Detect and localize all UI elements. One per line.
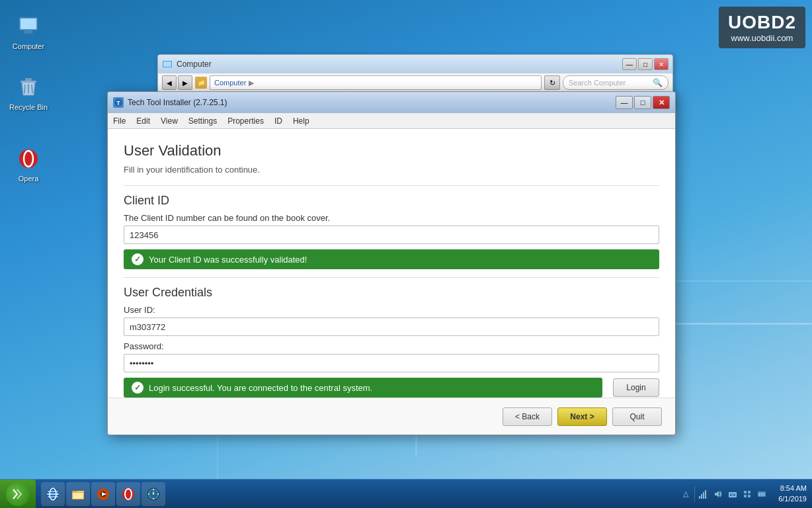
- computer-icon: [15, 13, 42, 40]
- installer-title-left: T Tech Tool Installer (2.7.25.1): [113, 97, 227, 108]
- search-placeholder: Search Computer: [569, 79, 626, 87]
- svg-rect-46: [748, 491, 751, 493]
- explorer-minimize[interactable]: —: [622, 58, 637, 70]
- back-button[interactable]: < Back: [503, 407, 552, 426]
- login-success-banner: ✓ Login successful. You are connected to…: [124, 378, 602, 398]
- svg-rect-37: [703, 492, 704, 499]
- svg-rect-47: [744, 495, 747, 497]
- explorer-window-icon: [162, 59, 173, 69]
- password-input[interactable]: [124, 354, 659, 372]
- svg-rect-2: [24, 30, 32, 33]
- menu-edit[interactable]: Edit: [136, 116, 150, 126]
- svg-rect-35: [699, 496, 700, 499]
- installer-titlebar: T Tech Tool Installer (2.7.25.1) — □ ✕: [108, 92, 675, 113]
- nav-forward[interactable]: ▶: [178, 75, 192, 90]
- taskbar-opera[interactable]: [116, 482, 140, 506]
- desktop-icon-computer[interactable]: Computer: [5, 11, 52, 54]
- tray-power[interactable]: [727, 488, 739, 500]
- tray-network[interactable]: [698, 488, 710, 500]
- explorer-toolbar: ◀ ▶ 📁 Computer ▶ ↻ Search Computer 🔍: [158, 73, 672, 92]
- tray-extra[interactable]: EN: [756, 488, 768, 500]
- address-bar[interactable]: Computer ▶: [210, 75, 542, 90]
- login-button[interactable]: Login: [613, 378, 659, 397]
- client-id-input[interactable]: [124, 226, 659, 244]
- svg-rect-38: [705, 490, 706, 499]
- installer-window-controls: — □ ✕: [616, 96, 670, 109]
- client-id-description: The Client ID number can be found on the…: [124, 213, 659, 223]
- taskbar-explorer[interactable]: [66, 482, 90, 506]
- installer-content: User Validation Fill in your identificat…: [108, 129, 675, 398]
- address-text: Computer: [214, 79, 246, 87]
- search-bar[interactable]: Search Computer 🔍: [563, 75, 669, 90]
- installer-maximize[interactable]: □: [634, 96, 651, 109]
- clock-time: 8:54 AM: [778, 484, 807, 493]
- svg-rect-45: [744, 491, 747, 493]
- svg-rect-12: [163, 62, 171, 67]
- tray-expand[interactable]: △: [680, 488, 692, 500]
- svg-rect-4: [20, 81, 36, 83]
- tray-volume[interactable]: [712, 488, 724, 500]
- page-subtitle: Fill in your identification to continue.: [124, 165, 659, 175]
- recycle-bin-label: Recycle Bin: [9, 103, 48, 112]
- svg-marker-40: [715, 491, 719, 497]
- svg-line-6: [24, 85, 25, 93]
- watermark: UOBD2 www.uobdii.com: [719, 7, 805, 48]
- taskbar-media[interactable]: [91, 482, 115, 506]
- svg-rect-39: [707, 491, 708, 499]
- taskbar-ie[interactable]: [41, 482, 65, 506]
- menu-id[interactable]: ID: [274, 116, 282, 126]
- menu-file[interactable]: File: [113, 116, 126, 126]
- svg-text:T: T: [116, 100, 120, 106]
- menu-settings[interactable]: Settings: [188, 116, 217, 126]
- installer-footer: < Back Next > Quit: [108, 398, 675, 435]
- separator-2: [124, 277, 659, 278]
- installer-title: Tech Tool Installer (2.7.25.1): [128, 98, 227, 107]
- explorer-title: Computer: [177, 60, 212, 69]
- opera-icon: [15, 146, 42, 172]
- refresh-btn[interactable]: ↻: [544, 75, 560, 90]
- quit-button[interactable]: Quit: [612, 407, 662, 426]
- opera-label: Opera: [19, 175, 39, 183]
- recycle-bin-icon: [15, 74, 42, 101]
- tray-misc[interactable]: [741, 488, 753, 500]
- menu-properties[interactable]: Properties: [227, 116, 264, 126]
- start-button[interactable]: [0, 480, 36, 509]
- nav-back[interactable]: ◀: [162, 75, 177, 90]
- search-icon: 🔍: [653, 78, 663, 87]
- taskbar-items: [38, 482, 674, 506]
- taskbar: △: [0, 479, 812, 508]
- installer-menubar: File Edit View Settings Properties ID He…: [108, 113, 675, 129]
- installer-close[interactable]: ✕: [653, 96, 670, 109]
- menu-help[interactable]: Help: [293, 116, 309, 126]
- svg-rect-3: [22, 33, 35, 34]
- svg-rect-48: [748, 495, 751, 497]
- desktop-icon-opera[interactable]: Opera: [5, 143, 52, 186]
- computer-label: Computer: [13, 42, 44, 51]
- svg-point-9: [19, 149, 38, 168]
- explorer-folder-icon: 📁: [195, 77, 207, 89]
- client-id-success-banner: ✓ Your Client ID was successfully valida…: [124, 249, 659, 269]
- page-title: User Validation: [124, 142, 659, 159]
- installer-app-icon: T: [113, 97, 124, 108]
- desktop-icon-recycle-bin[interactable]: Recycle Bin: [5, 71, 52, 114]
- menu-view[interactable]: View: [161, 116, 178, 126]
- explorer-close[interactable]: ✕: [654, 58, 669, 70]
- client-id-success-icon: ✓: [132, 253, 143, 265]
- next-button[interactable]: Next >: [557, 407, 607, 426]
- login-success-icon: ✓: [132, 382, 143, 394]
- installer-minimize[interactable]: —: [616, 96, 633, 109]
- system-clock[interactable]: 8:54 AM 6/1/2019: [773, 484, 812, 504]
- tray-separator: [694, 486, 695, 502]
- taskbar-tool[interactable]: [142, 482, 165, 506]
- client-id-section-title: Client ID: [124, 194, 659, 208]
- svg-text:EN: EN: [758, 492, 765, 497]
- client-id-success-text: Your Client ID was successfully validate…: [149, 255, 307, 265]
- explorer-maximize[interactable]: □: [638, 58, 653, 70]
- brand-name: UOBD2: [728, 12, 796, 33]
- brand-url: www.uobdii.com: [728, 33, 796, 43]
- password-label: Password:: [124, 341, 659, 351]
- explorer-controls: — □ ✕: [622, 58, 669, 70]
- svg-rect-36: [701, 494, 702, 499]
- user-id-input[interactable]: [124, 318, 659, 336]
- user-credentials-title: User Credentials: [124, 286, 659, 300]
